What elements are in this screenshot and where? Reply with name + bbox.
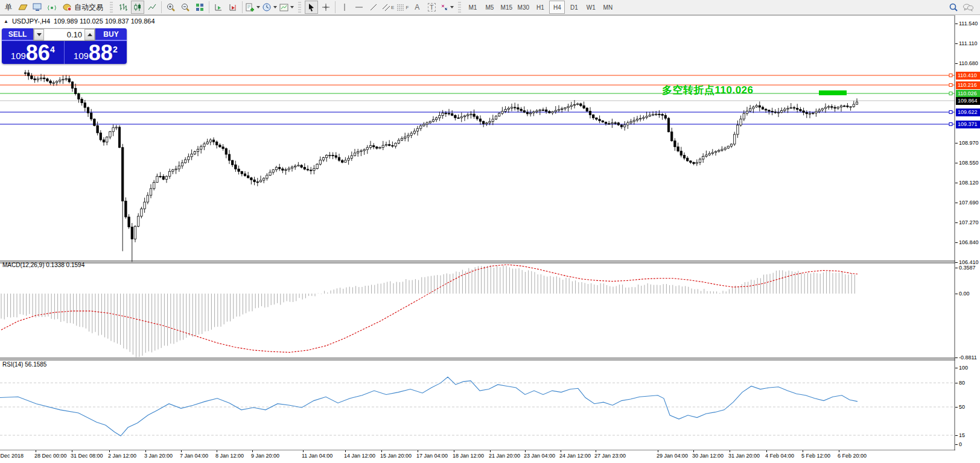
time-tick bbox=[454, 450, 454, 452]
mt4-window: 单 自动交易 bbox=[0, 0, 980, 463]
time-tick bbox=[72, 450, 72, 452]
fibonacci-tool-icon[interactable]: F bbox=[396, 1, 409, 14]
volume-input[interactable]: 0.10 bbox=[44, 29, 84, 40]
axis-label-106.840: 106.840 bbox=[959, 239, 979, 245]
chart-shift-icon[interactable] bbox=[226, 1, 240, 14]
signal-icon[interactable] bbox=[45, 1, 59, 14]
timeframe-button-m30[interactable]: M30 bbox=[515, 1, 531, 14]
buy-price-prefix: 109 bbox=[74, 51, 89, 61]
text-tool-icon[interactable]: A bbox=[410, 1, 424, 14]
templates-button[interactable] bbox=[279, 1, 294, 14]
trendline-tool-icon[interactable] bbox=[367, 1, 380, 14]
time-tick bbox=[345, 450, 346, 452]
cursor-icon[interactable] bbox=[305, 1, 318, 14]
buy-price[interactable]: 109 88 2 bbox=[65, 41, 127, 64]
time-label: 24 Jan 12:00 bbox=[559, 453, 591, 459]
time-label: 30 Jan 12:00 bbox=[692, 453, 724, 459]
axis-label-107.270: 107.270 bbox=[959, 219, 979, 225]
toolbar: 单 自动交易 bbox=[0, 0, 980, 15]
axis-tick bbox=[955, 444, 958, 445]
axis-label-108.120: 108.120 bbox=[959, 180, 979, 186]
time-label: 11 Jan 04:00 bbox=[302, 453, 332, 459]
axis-label-macd-0.00: 0.00 bbox=[959, 291, 970, 297]
time-tick bbox=[561, 450, 561, 452]
line-chart-icon[interactable] bbox=[145, 1, 159, 14]
vertical-line-tool-icon[interactable] bbox=[338, 1, 351, 14]
timeframe-button-h4[interactable]: H4 bbox=[549, 1, 565, 14]
rsi-label: RSI(14) 56.1585 bbox=[2, 361, 46, 368]
volume-increase-button[interactable] bbox=[84, 29, 95, 40]
bar-chart-icon[interactable] bbox=[116, 1, 130, 14]
zoom-out-icon[interactable] bbox=[179, 1, 192, 14]
auto-scroll-icon[interactable] bbox=[212, 1, 225, 14]
level-price-label: 109.864 bbox=[956, 97, 980, 105]
panel-collapse-triangle[interactable]: ▲ bbox=[4, 19, 8, 24]
arrows-tool-button[interactable] bbox=[439, 1, 454, 14]
timeframe-button-m5[interactable]: M5 bbox=[482, 1, 497, 14]
timeframe-button-m15[interactable]: M15 bbox=[498, 1, 514, 14]
search-icon[interactable] bbox=[947, 1, 960, 14]
price-axis[interactable]: 111.540111.110110.680108.970108.550108.1… bbox=[955, 15, 980, 450]
timeframe-button-m1[interactable]: M1 bbox=[465, 1, 480, 14]
axis-label-108.550: 108.550 bbox=[959, 160, 979, 166]
sell-price-prefix: 109 bbox=[11, 51, 26, 61]
axis-label-107.690: 107.690 bbox=[959, 200, 979, 206]
indicators-caret bbox=[256, 6, 260, 8]
time-label: 18 Jan 12:00 bbox=[453, 453, 484, 459]
macd-label: MACD(12,26,9) 0.1338 0.1594 bbox=[2, 262, 84, 268]
timeframe-button-h1[interactable]: H1 bbox=[532, 1, 548, 14]
arrows-caret bbox=[450, 6, 454, 8]
time-label: 2 Jan 12:00 bbox=[108, 453, 136, 459]
indicators-button[interactable] bbox=[245, 1, 261, 14]
buy-button[interactable]: BUY bbox=[95, 28, 127, 41]
timeframe-button-d1[interactable]: D1 bbox=[566, 1, 582, 14]
fibonacci-tool-label: F bbox=[406, 5, 409, 10]
timeframe-button-mn[interactable]: MN bbox=[600, 1, 616, 14]
axis-tick bbox=[955, 435, 958, 436]
axis-tick bbox=[955, 357, 958, 358]
text-label-tool-icon[interactable]: T bbox=[425, 1, 438, 14]
axis-label-rsi-100: 100 bbox=[959, 365, 968, 371]
time-tick bbox=[730, 450, 730, 452]
new-order-button[interactable]: 单 bbox=[2, 1, 15, 14]
zoom-in-icon[interactable] bbox=[164, 1, 177, 14]
volume-decrease-button[interactable] bbox=[34, 29, 44, 40]
buy-price-big: 88 bbox=[89, 43, 113, 63]
autotrading-button[interactable]: 自动交易 bbox=[60, 1, 106, 14]
price-chart-canvas[interactable] bbox=[0, 15, 980, 463]
periods-caret bbox=[273, 6, 277, 8]
axis-tick bbox=[955, 383, 958, 383]
horizontal-line-tool-icon[interactable] bbox=[352, 1, 366, 14]
time-axis[interactable]: 26 Dec 201828 Dec 00:0031 Dec 08:002 Jan… bbox=[0, 450, 980, 463]
axis-tick bbox=[955, 143, 958, 143]
time-label: 6 Feb 20:00 bbox=[838, 453, 867, 459]
time-tick bbox=[145, 450, 146, 452]
crosshair-icon[interactable] bbox=[319, 1, 332, 14]
chart-title: ▲ USDJPY-,H4 109.989 110.025 109.837 109… bbox=[4, 17, 155, 25]
time-tick bbox=[693, 450, 694, 452]
templates-caret bbox=[290, 6, 294, 8]
market-watch-icon[interactable] bbox=[16, 1, 30, 14]
level-price-label: 110.216 bbox=[956, 81, 980, 89]
toolbar-group-timeframes: M1M5M15M30H1H4D1W1MN bbox=[463, 0, 617, 14]
sell-price[interactable]: 109 86 4 bbox=[2, 41, 65, 64]
pivot-annotation-text[interactable]: 多空转折点110.026 bbox=[662, 83, 754, 97]
level-price-label: 109.371 bbox=[956, 121, 980, 128]
timeframe-button-w1[interactable]: W1 bbox=[583, 1, 599, 14]
time-label: 23 Jan 04:00 bbox=[524, 453, 555, 459]
sell-button[interactable]: SELL bbox=[2, 28, 33, 41]
toolbar-group-drawing: E F A T bbox=[303, 0, 456, 14]
time-tick bbox=[839, 450, 839, 452]
chart-symbol-period: USDJPY-,H4 bbox=[12, 17, 50, 25]
toolbar-grip bbox=[458, 2, 461, 13]
periods-button[interactable] bbox=[262, 1, 278, 14]
axis-label-rsi-15: 15 bbox=[959, 432, 965, 438]
axis-label-111.110: 111.110 bbox=[959, 40, 978, 46]
chat-icon[interactable] bbox=[961, 1, 975, 14]
candlestick-chart-icon[interactable] bbox=[131, 1, 144, 14]
level-price-label: 109.622 bbox=[956, 109, 980, 116]
axis-label-110.680: 110.680 bbox=[959, 60, 978, 66]
tile-windows-icon[interactable] bbox=[193, 1, 206, 14]
channel-tool-icon[interactable]: E bbox=[381, 1, 395, 14]
terminal-icon[interactable] bbox=[31, 1, 44, 14]
